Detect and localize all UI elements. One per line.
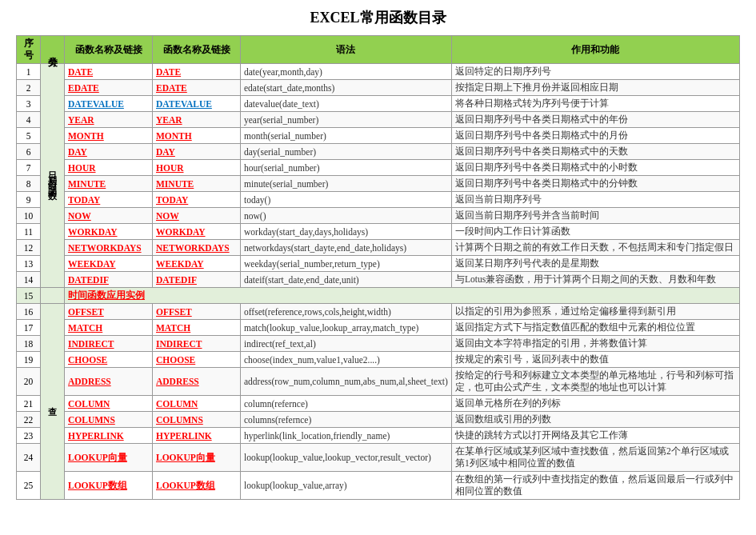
fn1-cell[interactable]: HOUR [65, 160, 153, 176]
fn1-cell[interactable]: 时间函数应用实例 [65, 288, 740, 304]
header-row: 序号 分类 函数名称及链接 函数名称及链接 语法 作用和功能 [17, 36, 740, 64]
fn1-cell[interactable]: COLUMNS [65, 412, 153, 428]
fn1-cell[interactable]: WEEKDAY [65, 256, 153, 272]
fn2-cell[interactable]: NOW [153, 208, 241, 224]
desc-cell: 返回日期序列号中各类日期格式中的年份 [451, 112, 739, 128]
header-fn2: 函数名称及链接 [153, 36, 241, 64]
fn2-cell[interactable]: DATEDIF [153, 272, 241, 288]
syntax-cell: match(lookup_value,lookup_array,match_ty… [241, 320, 452, 336]
seq-cell: 2 [17, 80, 41, 96]
page: EXCEL常用函数目录 序号 分类 函数名称及链接 函数名称及链接 语法 作用和… [0, 0, 756, 535]
fn1-cell[interactable]: NETWORKDAYS [65, 240, 153, 256]
fn1-cell[interactable]: MONTH [65, 128, 153, 144]
seq-cell: 5 [17, 128, 41, 144]
desc-cell: 计算两个日期之前的有效工作日天数，不包括周末和专门指定假日 [451, 240, 739, 256]
fn1-cell[interactable]: MATCH [65, 320, 153, 336]
fn2-cell[interactable]: HOUR [153, 160, 241, 176]
seq-cell: 8 [17, 176, 41, 192]
table-row: 10NOWNOWnow()返回当前日期序列号并含当前时间 [17, 208, 740, 224]
fn1-cell[interactable]: MINUTE [65, 176, 153, 192]
fn2-cell[interactable]: EDATE [153, 80, 241, 96]
seq-cell: 17 [17, 320, 41, 336]
fn2-cell[interactable]: LOOKUP向量 [153, 444, 241, 472]
fn2-cell[interactable]: DATEVALUE [153, 96, 241, 112]
fn1-cell[interactable]: EDATE [65, 80, 153, 96]
desc-cell: 按给定的行号和列标建立文本类型的单元格地址，行号和列标可指定，也可由公式产生，文… [451, 368, 739, 396]
table-row: 24LOOKUP向量LOOKUP向量lookup(lookup_value,lo… [17, 444, 740, 472]
fn2-cell[interactable]: NETWORKDAYS [153, 240, 241, 256]
fn1-cell[interactable]: LOOKUP向量 [65, 444, 153, 472]
fn2-cell[interactable]: WORKDAY [153, 224, 241, 240]
fn2-cell[interactable]: MINUTE [153, 176, 241, 192]
syntax-cell: offset(reference,rows,cols,height,width) [241, 304, 452, 320]
syntax-cell: today() [241, 192, 452, 208]
fn1-cell[interactable]: TODAY [65, 192, 153, 208]
seq-cell: 11 [17, 224, 41, 240]
desc-cell: 在数组的第一行或列中查找指定的数值，然后返回最后一行或列中相同位置的数值 [451, 472, 739, 500]
syntax-cell: indirect(ref_text,al) [241, 336, 452, 352]
fn1-cell[interactable]: DATEDIF [65, 272, 153, 288]
desc-cell: 返回当前日期序列号 [451, 192, 739, 208]
fn1-cell[interactable]: DATEVALUE [65, 96, 153, 112]
fn1-cell[interactable]: NOW [65, 208, 153, 224]
fn1-cell[interactable]: CHOOSE [65, 352, 153, 368]
desc-cell: 返回日期序列号中各类日期格式中的天数 [451, 144, 739, 160]
fn2-cell[interactable]: COLUMN [153, 396, 241, 412]
category-cell-example [41, 288, 65, 304]
syntax-cell: choose(index_num,value1,value2....) [241, 352, 452, 368]
fn1-cell[interactable]: LOOKUP数组 [65, 472, 153, 500]
fn2-cell[interactable]: WEEKDAY [153, 256, 241, 272]
fn2-cell[interactable]: CHOOSE [153, 352, 241, 368]
fn1-cell[interactable]: COLUMN [65, 396, 153, 412]
seq-cell: 25 [17, 472, 41, 500]
table-row: 4YEARYEARyear(serial_number)返回日期序列号中各类日期… [17, 112, 740, 128]
fn2-cell[interactable]: DATE [153, 64, 241, 80]
desc-cell: 将各种日期格式转为序列号便于计算 [451, 96, 739, 112]
main-table: 序号 分类 函数名称及链接 函数名称及链接 语法 作用和功能 1日期与时间函数D… [16, 35, 740, 500]
fn2-cell[interactable]: TODAY [153, 192, 241, 208]
table-row: 20ADDRESSADDRESSaddress(row_num,column_n… [17, 368, 740, 396]
fn2-cell[interactable]: DAY [153, 144, 241, 160]
table-row: 21COLUMNCOLUMNcolumn(refernce)返回单元格所在列的列… [17, 396, 740, 412]
fn1-cell[interactable]: WORKDAY [65, 224, 153, 240]
desc-cell: 与Lotus兼容函数，用于计算两个日期之间的天数、月数和年数 [451, 272, 739, 288]
fn1-cell[interactable]: OFFSET [65, 304, 153, 320]
fn1-cell[interactable]: ADDRESS [65, 368, 153, 396]
fn1-cell[interactable]: DATE [65, 64, 153, 80]
seq-cell: 15 [17, 288, 41, 304]
header-syntax: 语法 [241, 36, 452, 64]
syntax-cell: hour(serial_number) [241, 160, 452, 176]
desc-cell: 按指定日期上下推月份并返回相应日期 [451, 80, 739, 96]
page-title: EXCEL常用函数目录 [16, 8, 740, 27]
fn2-cell[interactable]: OFFSET [153, 304, 241, 320]
fn2-cell[interactable]: MATCH [153, 320, 241, 336]
desc-cell: 返回某日期序列号代表的是星期数 [451, 256, 739, 272]
table-row: 12NETWORKDAYSNETWORKDAYSnetworkdays(star… [17, 240, 740, 256]
seq-cell: 14 [17, 272, 41, 288]
fn1-cell[interactable]: YEAR [65, 112, 153, 128]
table-row: 18INDIRECTINDIRECTindirect(ref_text,al)返… [17, 336, 740, 352]
seq-cell: 1 [17, 64, 41, 80]
fn2-cell[interactable]: ADDRESS [153, 368, 241, 396]
fn1-cell[interactable]: INDIRECT [65, 336, 153, 352]
table-row: 1日期与时间函数DATEDATEdate(year,month,day)返回特定… [17, 64, 740, 80]
fn1-cell[interactable]: HYPERLINK [65, 428, 153, 444]
syntax-cell: year(serial_number) [241, 112, 452, 128]
fn2-cell[interactable]: MONTH [153, 128, 241, 144]
fn2-cell[interactable]: HYPERLINK [153, 428, 241, 444]
table-row: 19CHOOSECHOOSEchoose(index_num,value1,va… [17, 352, 740, 368]
desc-cell: 以指定的引用为参照系，通过给定偏移量得到新引用 [451, 304, 739, 320]
category-cell-query: 查 [41, 304, 65, 500]
table-row: 11WORKDAYWORKDAYworkday(start_day,days,h… [17, 224, 740, 240]
fn2-cell[interactable]: LOOKUP数组 [153, 472, 241, 500]
fn2-cell[interactable]: INDIRECT [153, 336, 241, 352]
desc-cell: 一段时间内工作日计算函数 [451, 224, 739, 240]
fn2-cell[interactable]: YEAR [153, 112, 241, 128]
fn2-cell[interactable]: COLUMNS [153, 412, 241, 428]
seq-cell: 23 [17, 428, 41, 444]
desc-cell: 返回数组或引用的列数 [451, 412, 739, 428]
desc-cell: 返回日期序列号中各类日期格式中的分钟数 [451, 176, 739, 192]
fn1-cell[interactable]: DAY [65, 144, 153, 160]
table-row: 15时间函数应用实例 [17, 288, 740, 304]
syntax-cell: month(serial_number) [241, 128, 452, 144]
